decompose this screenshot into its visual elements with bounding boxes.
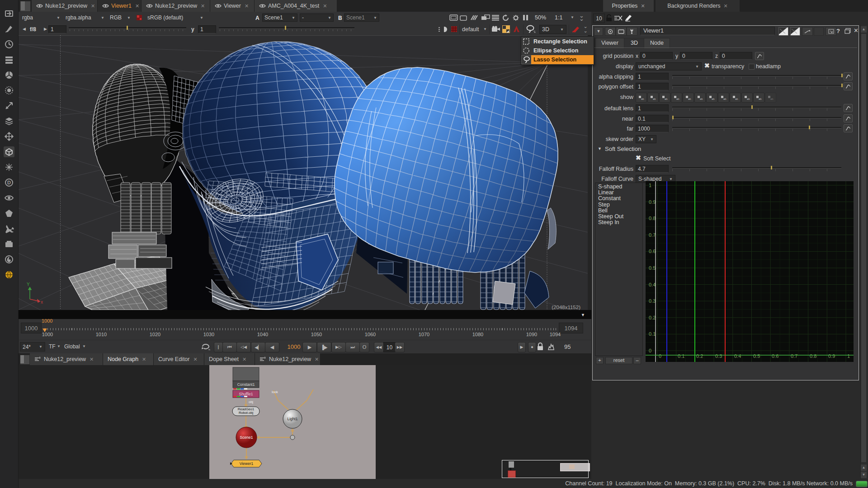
svg-text:0.2: 0.2 (649, 315, 656, 320)
svg-text:ab: ab (712, 98, 715, 100)
svg-text:0.1: 0.1 (678, 353, 684, 359)
svg-text:ab: ab (759, 98, 762, 100)
svg-text:ab: ab (665, 98, 668, 100)
svg-text:Shuffle1: Shuffle1 (239, 392, 253, 396)
svg-text:Y: Y (27, 282, 30, 287)
svg-text:0.8: 0.8 (810, 353, 816, 359)
svg-text:Viewer1: Viewer1 (240, 461, 254, 466)
svg-text:0.6: 0.6 (649, 249, 656, 254)
svg-text:Light1: Light1 (287, 417, 297, 421)
svg-text:0.2: 0.2 (696, 353, 703, 359)
svg-text:ab: ab (676, 98, 679, 100)
svg-text:D: D (7, 180, 11, 185)
svg-text:Robot.obj: Robot.obj (239, 411, 253, 415)
svg-text:0.3: 0.3 (715, 353, 722, 359)
svg-text:ab: ab (641, 98, 644, 100)
svg-text:ab: ab (747, 98, 750, 100)
svg-text:0.4: 0.4 (734, 353, 741, 359)
svg-text:ab: ab (653, 98, 656, 100)
svg-text:0.9: 0.9 (649, 199, 656, 205)
svg-text:ab: ab (688, 98, 691, 100)
svg-text:obj: obj (249, 400, 253, 404)
svg-text:ab: ab (770, 98, 774, 100)
svg-text:(2048x1152): (2048x1152) (552, 305, 580, 310)
svg-text:Scene1: Scene1 (240, 435, 253, 440)
svg-text:0.7: 0.7 (791, 353, 797, 359)
svg-text:Constant1: Constant1 (237, 382, 255, 387)
svg-text:0.9: 0.9 (828, 353, 835, 359)
svg-text:0: 0 (659, 353, 661, 359)
svg-text:0.6: 0.6 (772, 353, 778, 359)
svg-text:look: look (272, 390, 278, 394)
svg-text:ab: ab (700, 98, 703, 100)
svg-text:0: 0 (649, 348, 651, 353)
svg-text:0.5: 0.5 (649, 265, 656, 271)
svg-text:ab: ab (735, 98, 738, 100)
svg-text:ab: ab (723, 98, 726, 100)
svg-text:0.3: 0.3 (649, 298, 656, 304)
svg-text:1: 1 (847, 353, 850, 359)
svg-text:1: 1 (649, 183, 651, 188)
svg-text:0.8: 0.8 (649, 216, 656, 221)
svg-text:0.7: 0.7 (649, 232, 656, 238)
svg-text:0.4: 0.4 (649, 282, 656, 287)
svg-text:0.5: 0.5 (753, 353, 760, 359)
svg-text:0.1: 0.1 (649, 331, 656, 337)
svg-text:x: x (41, 300, 43, 305)
